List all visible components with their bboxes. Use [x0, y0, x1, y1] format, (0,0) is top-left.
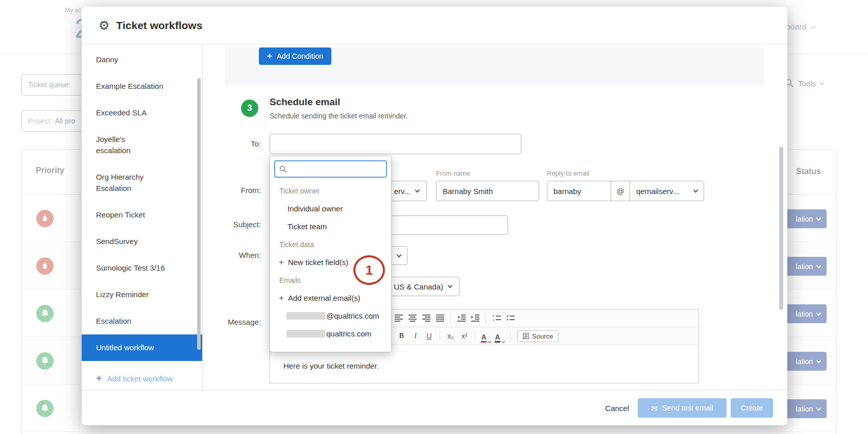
- chevron-down-icon: [397, 252, 402, 257]
- plus-icon: +: [279, 293, 284, 303]
- search-icon: [279, 165, 287, 173]
- chevron-down-icon: [415, 188, 420, 193]
- step-title: Schedule email: [270, 97, 340, 108]
- create-button[interactable]: Create: [731, 398, 773, 418]
- dropdown-group-ticket-owner: Ticket owner: [270, 182, 391, 200]
- workflow-editor-content: + Add Condition 3 Schedule email Schedul…: [203, 44, 787, 390]
- sidebar-item-joyelles-escalation[interactable]: Joyelle's escalation: [82, 126, 202, 164]
- sidebar-item-sumologic-test[interactable]: Sumologic Test 3/16: [82, 255, 202, 281]
- toolbar-separator: [486, 314, 486, 323]
- gear-icon: ⚙: [99, 19, 110, 32]
- dropdown-search-box[interactable]: [274, 160, 387, 178]
- when-label: When:: [203, 251, 261, 259]
- sidebar-item-escalation[interactable]: Escalation: [82, 308, 202, 334]
- chevron-down-icon: [488, 340, 491, 343]
- to-recipient-dropdown: Ticket owner Individual owner Ticket tea…: [270, 156, 392, 352]
- background-color-button[interactable]: A: [493, 329, 507, 343]
- toolbar-separator: [475, 331, 475, 341]
- sidebar-item-untitled-workflow[interactable]: Untitled workflow: [82, 334, 202, 361]
- chevron-down-icon: [693, 188, 698, 193]
- dropdown-option-email-1[interactable]: @qualtrics.com: [270, 307, 391, 325]
- text-color-button[interactable]: A: [479, 329, 493, 343]
- underline-button[interactable]: U: [422, 329, 436, 343]
- redacted-text-block: [286, 312, 325, 320]
- indent-button[interactable]: [468, 311, 482, 325]
- svg-text:2: 2: [493, 319, 495, 322]
- bold-button[interactable]: B: [395, 329, 408, 343]
- dropdown-option-email-2[interactable]: qualtrics.com: [270, 325, 391, 343]
- cancel-button[interactable]: Cancel: [605, 404, 629, 413]
- modal-header: ⚙ Ticket workflows: [82, 7, 787, 44]
- redacted-text-block: [286, 330, 325, 337]
- to-label: To:: [203, 139, 261, 148]
- message-label: Message:: [203, 318, 261, 326]
- toolbar-separator: [440, 331, 440, 341]
- step-subtitle: Schedule sending the ticket email remind…: [270, 112, 408, 120]
- svg-text:1: 1: [493, 315, 495, 318]
- dropdown-search-input[interactable]: [291, 161, 386, 177]
- align-center-button[interactable]: [405, 311, 419, 325]
- at-separator: @: [611, 181, 630, 201]
- source-button[interactable]: Source: [517, 330, 559, 342]
- modal-title: Ticket workflows: [116, 19, 203, 32]
- dropdown-option-add-external-email[interactable]: + Add external email(s): [270, 289, 391, 307]
- add-ticket-workflow-button[interactable]: + Add ticket workflow: [82, 366, 202, 390]
- sidebar-item-exceeded-sla[interactable]: Exceeded SLA: [82, 100, 202, 126]
- content-scrollbar[interactable]: [779, 147, 783, 310]
- reply-to-email-label: Reply-to email: [547, 170, 589, 177]
- chevron-down-icon: [448, 283, 453, 288]
- step-number-badge: 3: [241, 100, 258, 117]
- reply-domain-select[interactable]: qemailserv...: [630, 181, 704, 201]
- add-condition-button[interactable]: + Add Condition: [259, 47, 331, 65]
- annotation-circle-1: 1: [353, 255, 385, 285]
- reply-to-input[interactable]: [547, 181, 611, 201]
- numbered-list-button[interactable]: 12: [490, 311, 503, 325]
- send-test-email-button[interactable]: ✉ Send test email: [638, 398, 727, 418]
- sidebar-item-org-hierarchy-escalation[interactable]: Org Hierarchy Escalation: [82, 164, 202, 202]
- chevron-down-icon: [501, 340, 505, 343]
- workflow-list: Danny Example Escalation Exceeded SLA Jo…: [82, 44, 202, 361]
- subject-label: Subject:: [203, 220, 261, 229]
- plus-icon: +: [279, 257, 284, 268]
- align-right-button[interactable]: [419, 311, 433, 325]
- justify-button[interactable]: [433, 311, 447, 325]
- superscript-button[interactable]: x²: [457, 329, 471, 343]
- italic-button[interactable]: I: [408, 329, 422, 343]
- to-input[interactable]: [270, 134, 521, 154]
- sidebar-scrollbar[interactable]: [197, 78, 201, 350]
- dropdown-option-ticket-team[interactable]: Ticket team: [270, 218, 391, 235]
- from-name-label: From name: [436, 170, 470, 177]
- dropdown-option-individual-owner[interactable]: Individual owner: [270, 200, 391, 218]
- envelope-icon: ✉: [651, 404, 658, 412]
- sidebar-item-example-escalation[interactable]: Example Escalation: [82, 73, 202, 100]
- screen: My ac 2 ashboard Ticket queue: Project: …: [0, 0, 868, 434]
- modal-body: Danny Example Escalation Exceeded SLA Jo…: [82, 44, 787, 390]
- from-label: From:: [203, 186, 261, 195]
- plus-icon: +: [267, 51, 272, 61]
- subscript-button[interactable]: x₂: [444, 329, 457, 343]
- modal-footer: Cancel ✉ Send test email Create: [82, 390, 787, 425]
- toolbar-separator: [510, 331, 511, 341]
- from-name-input[interactable]: [436, 181, 539, 201]
- source-code-icon: [523, 333, 529, 339]
- toolbar-separator: [450, 314, 451, 323]
- bullet-list-button[interactable]: [503, 311, 517, 325]
- dropdown-group-ticket-data: Ticket data: [270, 235, 391, 253]
- ticket-workflows-modal: ⚙ Ticket workflows Danny Example Escalat…: [82, 7, 787, 425]
- workflow-sidebar: Danny Example Escalation Exceeded SLA Jo…: [82, 44, 203, 390]
- sidebar-item-reopen-ticket[interactable]: Reopen Ticket: [82, 202, 202, 228]
- align-left-button[interactable]: [392, 311, 405, 325]
- sidebar-item-sendsurvey[interactable]: SendSurvey: [82, 228, 202, 255]
- outdent-button[interactable]: [454, 311, 468, 325]
- sidebar-item-danny[interactable]: Danny: [82, 46, 202, 73]
- plus-icon: +: [96, 373, 102, 383]
- sidebar-item-lizzy-reminder[interactable]: Lizzy Reminder: [82, 281, 202, 308]
